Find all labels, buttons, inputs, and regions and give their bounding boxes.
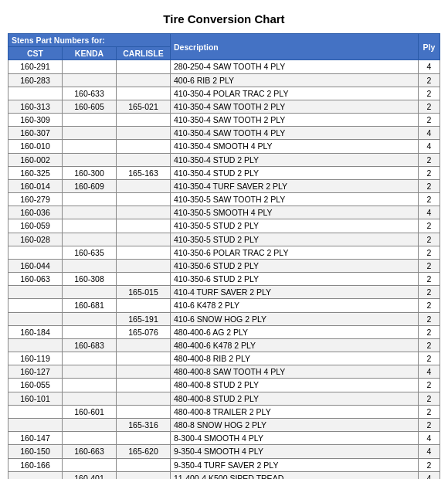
carlisle-cell: 165-620 (117, 445, 171, 458)
kenda-cell (63, 233, 117, 246)
description-cell: 8-300-4 SMOOTH 4 PLY (171, 432, 419, 445)
cst-cell: 160-313 (8, 100, 63, 113)
description-header: Description (171, 34, 419, 60)
ply-cell: 2 (419, 100, 440, 113)
cst-cell: 160-028 (8, 233, 63, 246)
description-cell: 400-6 RIB 2 PLY (171, 73, 419, 87)
ply-cell: 4 (419, 365, 440, 379)
description-cell: 480-400-8 STUD 2 PLY (171, 379, 419, 392)
description-cell: 410-4 TURF SAVER 2 PLY (171, 286, 419, 299)
table-row: 160-635410-350-6 POLAR TRAC 2 PLY2 (8, 246, 440, 259)
description-cell: 480-400-8 RIB 2 PLY (171, 352, 419, 365)
description-cell: 410-350-4 STUD 2 PLY (171, 153, 419, 166)
description-cell: 480-400-8 SAW TOOTH 4 PLY (171, 365, 419, 379)
ply-cell: 2 (419, 273, 440, 286)
carlisle-header: CARLISLE (117, 47, 171, 60)
ply-cell: 2 (419, 312, 440, 325)
description-cell: 410-350-4 SAW TOOTH 2 PLY (171, 114, 419, 127)
table-row: 160-150160-663165-6209-350-4 SMOOTH 4 PL… (8, 445, 440, 458)
ply-cell: 2 (419, 114, 440, 127)
cst-cell: 160-325 (8, 166, 63, 179)
description-cell: 410-6 K478 2 PLY (171, 299, 419, 312)
carlisle-cell (117, 114, 171, 127)
kenda-cell: 160-401 (63, 471, 117, 479)
description-cell: 280-250-4 SAW TOOTH 4 PLY (171, 60, 419, 73)
ply-cell: 2 (419, 352, 440, 365)
ply-cell: 2 (419, 153, 440, 166)
description-cell: 410-350-4 SAW TOOTH 2 PLY (171, 100, 419, 113)
ply-cell: 2 (419, 379, 440, 392)
description-cell: 410-6 SNOW HOG 2 PLY (171, 312, 419, 325)
ply-cell: 2 (419, 259, 440, 272)
description-cell: 410-350-6 POLAR TRAC 2 PLY (171, 246, 419, 259)
ply-cell: 2 (419, 392, 440, 405)
kenda-cell (63, 432, 117, 445)
table-row: 160-291280-250-4 SAW TOOTH 4 PLY4 (8, 60, 440, 73)
carlisle-cell (117, 338, 171, 352)
kenda-cell (63, 325, 117, 338)
ply-cell: 2 (419, 73, 440, 87)
table-row: 160-028410-350-5 STUD 2 PLY2 (8, 233, 440, 246)
kenda-cell (63, 153, 117, 166)
cst-cell: 160-307 (8, 127, 63, 140)
kenda-cell (63, 312, 117, 325)
carlisle-cell: 165-316 (117, 418, 171, 431)
cst-cell: 160-010 (8, 140, 63, 153)
ply-cell: 2 (419, 219, 440, 233)
carlisle-cell (117, 193, 171, 206)
table-row: 160-010410-350-4 SMOOTH 4 PLY4 (8, 140, 440, 153)
description-cell: 480-400-8 TRAILER 2 PLY (171, 405, 419, 418)
kenda-header: KENDA (63, 47, 117, 60)
kenda-cell (63, 392, 117, 405)
cst-cell (8, 471, 63, 479)
kenda-cell (63, 114, 117, 127)
description-cell: 410-350-5 SMOOTH 4 PLY (171, 206, 419, 219)
ply-cell: 4 (419, 471, 440, 479)
table-row: 165-316480-8 SNOW HOG 2 PLY2 (8, 418, 440, 431)
description-cell: 480-400-8 STUD 2 PLY (171, 392, 419, 405)
kenda-cell: 160-601 (63, 405, 117, 418)
ply-cell: 2 (419, 299, 440, 312)
kenda-cell: 160-605 (63, 100, 117, 113)
table-row: 160-601480-400-8 TRAILER 2 PLY2 (8, 405, 440, 418)
table-row: 160-40111-400-4 K500 SIPED TREAD4 (8, 471, 440, 479)
table-row: 160-059410-350-5 STUD 2 PLY2 (8, 219, 440, 233)
kenda-cell (63, 206, 117, 219)
cst-cell (8, 418, 63, 431)
cst-cell (8, 338, 63, 352)
cst-cell: 160-036 (8, 206, 63, 219)
carlisle-cell: 165-021 (117, 100, 171, 113)
cst-cell: 160-063 (8, 273, 63, 286)
ply-cell: 2 (419, 233, 440, 246)
ply-cell: 4 (419, 445, 440, 458)
ply-cell: 4 (419, 127, 440, 140)
carlisle-cell (117, 73, 171, 87)
table-row: 160-119480-400-8 RIB 2 PLY2 (8, 352, 440, 365)
description-cell: 480-400-6 K478 2 PLY (171, 338, 419, 352)
kenda-cell (63, 219, 117, 233)
ply-cell: 2 (419, 193, 440, 206)
cst-cell (8, 405, 63, 418)
kenda-cell (63, 60, 117, 73)
kenda-cell: 160-663 (63, 445, 117, 458)
table-row: 165-191410-6 SNOW HOG 2 PLY2 (8, 312, 440, 325)
description-cell: 480-400-6 AG 2 PLY (171, 325, 419, 338)
carlisle-cell (117, 219, 171, 233)
table-row: 160-055480-400-8 STUD 2 PLY2 (8, 379, 440, 392)
carlisle-cell (117, 259, 171, 272)
table-row: 160-633410-350-4 POLAR TRAC 2 PLY2 (8, 87, 440, 100)
kenda-cell (63, 73, 117, 87)
carlisle-cell (117, 392, 171, 405)
description-cell: 480-8 SNOW HOG 2 PLY (171, 418, 419, 431)
ply-cell: 2 (419, 338, 440, 352)
kenda-cell: 160-635 (63, 246, 117, 259)
description-cell: 410-350-5 STUD 2 PLY (171, 219, 419, 233)
table-row: 165-015410-4 TURF SAVER 2 PLY2 (8, 286, 440, 299)
kenda-cell (63, 127, 117, 140)
carlisle-cell (117, 153, 171, 166)
cst-header: CST (8, 47, 63, 60)
carlisle-cell (117, 405, 171, 418)
kenda-cell: 160-683 (63, 338, 117, 352)
table-row: 160-063160-308410-350-6 STUD 2 PLY2 (8, 273, 440, 286)
carlisle-cell (117, 299, 171, 312)
